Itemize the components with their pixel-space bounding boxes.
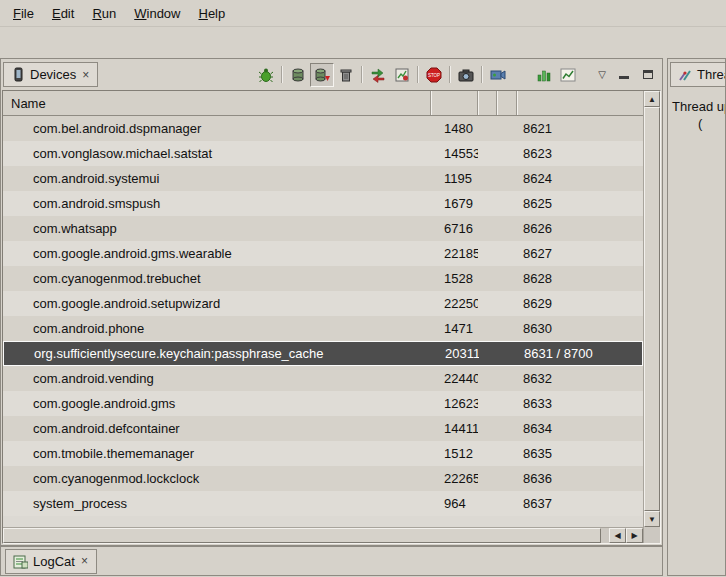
toolbar-separator xyxy=(417,66,419,83)
column-header-3[interactable] xyxy=(478,91,497,115)
process-pid: 1195 xyxy=(431,171,478,186)
process-name: system_process xyxy=(3,496,431,511)
logcat-view-header: LogCat × xyxy=(0,546,663,576)
table-row[interactable]: com.android.vending 22440 8632 xyxy=(3,366,643,391)
process-pid: 1512 xyxy=(431,446,478,461)
toolbar-separator xyxy=(481,66,483,83)
threads-message: Thread up ( xyxy=(668,90,725,132)
menu-file[interactable]: File xyxy=(4,2,43,25)
table-row[interactable]: com.cyanogenmod.lockclock 22265 8636 xyxy=(3,466,643,491)
scroll-left-button[interactable]: ◀ xyxy=(609,528,626,543)
stop-process-button[interactable]: STOP xyxy=(422,63,446,87)
process-port: 8637 xyxy=(517,496,643,511)
menu-window[interactable]: Window xyxy=(125,2,189,25)
vertical-scrollbar[interactable]: ▲ ▼ xyxy=(644,91,660,527)
scrollbar-corner xyxy=(644,527,660,543)
menu-edit[interactable]: Edit xyxy=(43,2,83,25)
process-name: com.tmobile.thememanager xyxy=(3,446,431,461)
trash-icon xyxy=(338,67,354,83)
process-port: 8632 xyxy=(517,371,643,386)
h-scrollbar-track[interactable] xyxy=(601,528,609,543)
process-port: 8628 xyxy=(517,271,643,286)
table-row[interactable]: org.sufficientlysecure.keychain:passphra… xyxy=(3,341,643,366)
tab-threads[interactable]: Threads xyxy=(670,62,726,87)
svg-text:STOP: STOP xyxy=(428,73,440,78)
close-icon[interactable]: × xyxy=(81,69,90,81)
start-method-profiling-button[interactable] xyxy=(390,63,414,87)
process-port: 8621 xyxy=(517,121,643,136)
table-row[interactable]: com.bel.android.dspmanager 1480 8621 xyxy=(3,116,643,141)
process-pid: 22185 xyxy=(431,246,478,261)
cause-gc-button[interactable] xyxy=(334,63,358,87)
logcat-icon xyxy=(13,554,28,569)
table-row[interactable]: com.google.android.gms 12623 8633 xyxy=(3,391,643,416)
process-port: 8623 xyxy=(517,146,643,161)
menu-help[interactable]: Help xyxy=(189,2,234,25)
table-row[interactable]: com.vonglasow.michael.satstat 14553 8623 xyxy=(3,141,643,166)
scroll-down-icon: ▼ xyxy=(648,515,656,524)
scroll-right-button[interactable]: ▶ xyxy=(626,528,643,543)
devices-view: Devices × xyxy=(0,58,663,546)
h-scrollbar-thumb[interactable] xyxy=(3,528,601,543)
process-name: com.vonglasow.michael.satstat xyxy=(3,146,431,161)
table-row[interactable]: com.tmobile.thememanager 1512 8635 xyxy=(3,441,643,466)
screen-record-button[interactable] xyxy=(486,63,510,87)
threads-message-line2: ( xyxy=(672,115,725,132)
stop-icon: STOP xyxy=(426,67,442,83)
table-row[interactable]: com.cyanogenmod.trebuchet 1528 8628 xyxy=(3,266,643,291)
table-row[interactable]: com.google.android.gms.wearable 22185 86… xyxy=(3,241,643,266)
maximize-button[interactable] xyxy=(638,65,658,85)
scroll-down-button[interactable]: ▼ xyxy=(644,511,660,527)
devices-view-header: Devices × xyxy=(1,59,662,90)
table-row[interactable]: com.android.defcontainer 14411 8634 xyxy=(3,416,643,441)
debug-icon xyxy=(258,67,274,83)
scroll-left-icon: ◀ xyxy=(614,531,620,540)
bar-columns-icon xyxy=(536,67,552,83)
process-pid: 20311 xyxy=(432,346,479,361)
method-profiling-icon xyxy=(394,67,410,83)
debug-process-button[interactable] xyxy=(254,63,278,87)
screen-capture-button[interactable] xyxy=(454,63,478,87)
devices-toolbar: STOP xyxy=(254,63,658,87)
camera-icon xyxy=(458,67,474,83)
minimize-button[interactable] xyxy=(614,65,634,85)
process-name: com.whatsapp xyxy=(3,221,431,236)
column-header-name[interactable]: Name xyxy=(3,91,431,115)
process-name: com.android.vending xyxy=(3,371,431,386)
column-header-4[interactable] xyxy=(497,91,517,115)
table-row[interactable]: com.google.android.setupwizard 22250 862… xyxy=(3,291,643,316)
table-row[interactable]: com.android.phone 1471 8630 xyxy=(3,316,643,341)
update-threads-icon xyxy=(370,67,386,83)
dump-hprof-button[interactable] xyxy=(310,63,334,87)
tab-threads-label: Threads xyxy=(697,67,726,82)
process-name: com.android.defcontainer xyxy=(3,421,431,436)
menu-run[interactable]: Run xyxy=(83,2,125,25)
table-row[interactable]: com.android.smspush 1679 8625 xyxy=(3,191,643,216)
view-menu-chevron-icon[interactable]: ▽ xyxy=(594,69,610,80)
process-name: com.bel.android.dspmanager xyxy=(3,121,431,136)
column-header-port[interactable] xyxy=(517,91,643,115)
column-header-pid[interactable] xyxy=(431,91,478,115)
horizontal-scrollbar[interactable]: ◀ ▶ xyxy=(3,527,643,543)
scroll-up-button[interactable]: ▲ xyxy=(644,91,660,107)
system-info-button[interactable] xyxy=(532,63,556,87)
table-row[interactable]: com.android.systemui 1195 8624 xyxy=(3,166,643,191)
update-heap-button[interactable] xyxy=(286,63,310,87)
process-port: 8633 xyxy=(517,396,643,411)
network-stats-button[interactable] xyxy=(556,63,580,87)
process-pid: 14553 xyxy=(431,146,478,161)
table-row[interactable]: system_process 964 8637 xyxy=(3,491,643,516)
table-row[interactable]: com.whatsapp 6716 8626 xyxy=(3,216,643,241)
tab-devices[interactable]: Devices × xyxy=(3,62,98,87)
update-threads-button[interactable] xyxy=(366,63,390,87)
menubar: File Edit Run Window Help xyxy=(0,0,726,27)
process-name: com.cyanogenmod.lockclock xyxy=(3,471,431,486)
minimize-icon xyxy=(619,71,629,79)
v-scrollbar-thumb[interactable] xyxy=(644,107,660,511)
close-icon[interactable]: × xyxy=(80,555,89,567)
process-pid: 6716 xyxy=(431,221,478,236)
process-port: 8629 xyxy=(517,296,643,311)
process-port: 8635 xyxy=(517,446,643,461)
tab-logcat[interactable]: LogCat × xyxy=(5,549,97,574)
process-port: 8630 xyxy=(517,321,643,336)
